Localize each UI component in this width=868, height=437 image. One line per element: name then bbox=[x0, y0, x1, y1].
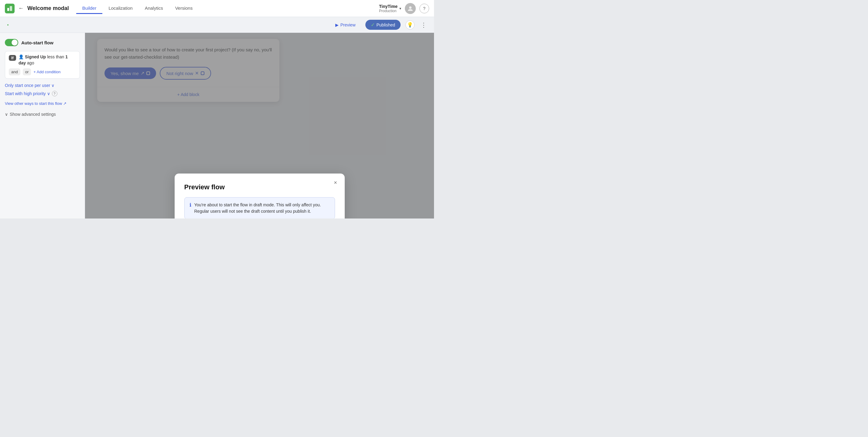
modal-overlay: × Preview flow ℹ You're about to start t… bbox=[85, 33, 434, 218]
start-priority-label: Start with high priority bbox=[5, 91, 46, 96]
if-badge: If bbox=[9, 55, 16, 61]
modal-info-box: ℹ You're about to start the flow in draf… bbox=[184, 197, 335, 218]
preview-label: Preview bbox=[340, 23, 355, 27]
only-start-chevron: ∨ bbox=[51, 83, 54, 88]
canvas-area: Would you like to see a tour of how to c… bbox=[85, 33, 434, 218]
condition-content: 👤 Signed Up less than 1 day ago bbox=[19, 54, 76, 65]
svg-point-2 bbox=[409, 6, 411, 9]
toggle-knob bbox=[11, 39, 18, 46]
add-condition-row: and or + Add condition bbox=[9, 68, 76, 76]
modal-title: Preview flow bbox=[184, 183, 335, 191]
workspace-env: Production bbox=[379, 9, 398, 13]
user-icon: 👤 bbox=[19, 54, 24, 59]
auto-start-row: Auto-start flow bbox=[5, 39, 80, 46]
back-button[interactable]: ← bbox=[18, 5, 24, 11]
chevron-down-icon: ▾ bbox=[399, 6, 401, 11]
tab-builder[interactable]: Builder bbox=[76, 3, 103, 14]
workspace-selector[interactable]: TinyTime Production ▾ bbox=[379, 4, 401, 13]
show-advanced-chevron: ∨ bbox=[5, 112, 8, 117]
preview-flow-modal: × Preview flow ℹ You're about to start t… bbox=[175, 174, 345, 218]
priority-help-icon[interactable]: ? bbox=[52, 91, 57, 96]
logo-icon bbox=[5, 4, 14, 13]
published-button[interactable]: ✓ Published bbox=[365, 20, 401, 30]
only-start-label: Only start once per user bbox=[5, 83, 50, 88]
condition-row: If 👤 Signed Up less than 1 day ago bbox=[9, 54, 76, 65]
nav-tabs: Builder Localization Analytics Versions bbox=[76, 3, 379, 14]
page-title: Welcome modal bbox=[27, 5, 69, 11]
view-other-ways[interactable]: View other ways to start this flow ↗ bbox=[5, 101, 80, 106]
tab-localization[interactable]: Localization bbox=[102, 3, 138, 14]
avatar[interactable] bbox=[405, 3, 416, 14]
signed-up-label: Signed Up bbox=[25, 54, 46, 59]
modal-close-button[interactable]: × bbox=[331, 178, 340, 187]
condition-card: If 👤 Signed Up less than 1 day ago and o… bbox=[5, 51, 80, 79]
view-other-ways-label: View other ways to start this flow bbox=[5, 101, 62, 106]
priority-chevron: ∨ bbox=[47, 91, 50, 96]
left-panel: Auto-start flow If 👤 Signed Up less than… bbox=[0, 33, 85, 218]
svg-rect-0 bbox=[7, 8, 9, 11]
add-condition-button[interactable]: + Add condition bbox=[33, 69, 60, 74]
published-label: Published bbox=[377, 23, 396, 27]
info-icon: ℹ bbox=[189, 202, 191, 208]
amount-label: 1 bbox=[65, 54, 68, 59]
preview-button[interactable]: ▶ Preview bbox=[331, 20, 361, 29]
show-advanced-label: Show advanced settings bbox=[10, 112, 56, 117]
tab-versions[interactable]: Versions bbox=[169, 3, 199, 14]
info-text: You're about to start the flow in draft … bbox=[194, 202, 330, 214]
more-options-icon[interactable]: ⋮ bbox=[420, 20, 428, 30]
or-button[interactable]: or bbox=[23, 68, 31, 76]
auto-start-toggle[interactable] bbox=[5, 39, 18, 46]
and-button[interactable]: and bbox=[9, 68, 20, 76]
ago-label: ago bbox=[27, 60, 34, 65]
workspace-name: TinyTime bbox=[379, 4, 398, 9]
start-priority-row: Start with high priority ∨ ? bbox=[5, 91, 80, 96]
svg-rect-1 bbox=[10, 6, 12, 11]
auto-start-label: Auto-start flow bbox=[21, 40, 54, 45]
check-icon: ✓ bbox=[371, 22, 375, 28]
logo[interactable] bbox=[5, 4, 14, 13]
external-link-icon: ↗ bbox=[63, 101, 66, 106]
light-icon[interactable]: 💡 bbox=[405, 20, 414, 29]
main-layout: Auto-start flow If 👤 Signed Up less than… bbox=[0, 33, 434, 218]
only-start-once[interactable]: Only start once per user ∨ bbox=[5, 83, 80, 88]
subheader: ▶ Preview ✓ Published 💡 ⋮ bbox=[0, 17, 434, 33]
less-than-label: less than bbox=[47, 54, 64, 59]
tab-analytics[interactable]: Analytics bbox=[139, 3, 169, 14]
start-priority-link[interactable]: Start with high priority ∨ bbox=[5, 91, 50, 96]
status-dot bbox=[7, 24, 8, 26]
topnav-right: TinyTime Production ▾ ? bbox=[379, 3, 429, 14]
show-advanced[interactable]: ∨ Show advanced settings bbox=[5, 112, 80, 117]
help-button[interactable]: ? bbox=[420, 4, 429, 13]
unit-label: day bbox=[19, 60, 26, 65]
play-icon: ▶ bbox=[335, 23, 339, 27]
top-navbar: ← Welcome modal Builder Localization Ana… bbox=[0, 0, 434, 17]
